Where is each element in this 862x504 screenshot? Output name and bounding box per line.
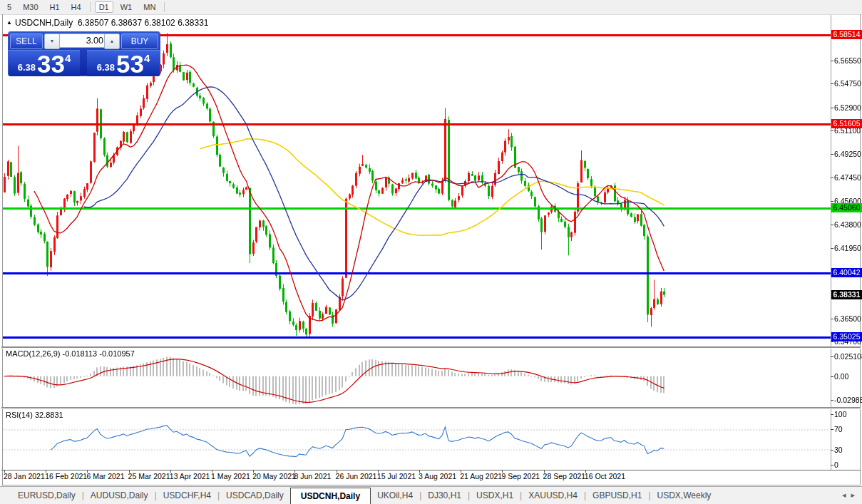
window-bottom-border <box>1 485 861 485</box>
price-level-label: 6.45060 <box>831 203 862 212</box>
price-tick-mark <box>831 225 833 225</box>
rsi-label: RSI(14) 32.8831 <box>6 411 63 419</box>
date-tick-label: 3 Aug 2021 <box>419 472 456 480</box>
rsi-indicator-canvas[interactable] <box>3 408 831 469</box>
chart-tab-eurusd[interactable]: EURUSD,Daily <box>11 487 82 504</box>
price-level-label: 6.35025 <box>831 332 862 341</box>
date-tick-label: 1 May 2021 <box>211 472 250 480</box>
ohlc-close: 6.38331 <box>178 18 208 28</box>
price-tick-mark <box>831 83 833 84</box>
chart-tab-usdcnh[interactable]: USDCNH,Daily <box>290 488 371 504</box>
date-tick-label: 28 Sep 2021 <box>543 472 586 480</box>
chart-tab-bar: EURUSD,Daily|AUDUSD,Daily|USDCHF,H4|USDC… <box>0 486 862 504</box>
buy-price-box[interactable]: 6.38534 <box>87 50 160 76</box>
price-tick-label: 6.43800 <box>834 220 861 229</box>
timeframe-button-5[interactable]: 5 <box>3 1 16 13</box>
rsi-tick-mark <box>831 465 833 466</box>
date-tick-label: 21 Aug 2021 <box>460 472 502 480</box>
sell-price-sup: 4 <box>65 52 71 64</box>
date-tick-label: 15 Jul 2021 <box>377 472 416 480</box>
chart-tab-xauusd[interactable]: XAUUSD,H4 <box>522 487 584 504</box>
date-tick-label: 16 Feb 2021 <box>45 472 87 480</box>
macd-tick-label: 0.025108 <box>834 352 862 361</box>
timeframe-toolbar: 5M30H1H4D1W1MN <box>0 0 862 15</box>
buy-price-small: 6.38 <box>97 62 115 73</box>
rsi-tick-label: 100 <box>834 410 847 418</box>
price-tick-label: 6.54750 <box>834 79 861 88</box>
timeframe-button-d1[interactable]: D1 <box>95 1 113 13</box>
buy-price-sup: 4 <box>144 52 150 64</box>
sell-button[interactable]: SELL <box>10 34 43 49</box>
collapse-triangle-icon[interactable]: ▲ <box>6 19 12 26</box>
date-tick-label: 13 Apr 2021 <box>170 472 210 480</box>
price-level-label: 6.51605 <box>831 119 862 128</box>
price-tick-mark <box>831 319 833 319</box>
volume-decrease-button[interactable]: ▾ <box>44 34 60 49</box>
price-tick-label: 6.47450 <box>834 173 861 182</box>
buy-button[interactable]: BUY <box>121 34 158 49</box>
rsi-tick-mark <box>831 414 833 415</box>
toolbar-separator <box>164 2 165 12</box>
timeframe-button-w1[interactable]: W1 <box>116 1 137 13</box>
rsi-tick-mark <box>831 450 833 451</box>
volume-input[interactable] <box>59 34 108 48</box>
ohlc-open: 6.38507 <box>78 18 108 28</box>
sell-price-big: 33 <box>37 54 65 75</box>
macd-tick-label: -0.029881 <box>834 396 862 404</box>
date-tick-label: 16 Oct 2021 <box>585 472 625 480</box>
price-level-label: 6.58514 <box>831 30 862 39</box>
macd-tick-mark <box>831 376 833 377</box>
macd-pane-splitter[interactable] <box>1 346 861 349</box>
window-left-border <box>2 14 3 485</box>
macd-tick-label: 0.00 <box>834 372 848 381</box>
tabs-scroll-left-icon[interactable]: ◂ <box>842 490 846 499</box>
chart-tab-usdchf[interactable]: USDCHF,H4 <box>157 487 217 504</box>
rsi-tick-label: 70 <box>834 425 843 433</box>
volume-increase-button[interactable]: ▴ <box>104 34 120 49</box>
chart-tab-usdcad[interactable]: USDCAD,Daily <box>220 487 290 504</box>
timeframe-button-mn[interactable]: MN <box>139 1 160 13</box>
date-tick-label: 8 Jun 2021 <box>294 472 331 480</box>
one-click-trading-panel: SELL ▾ ▴ BUY 6.38334 6.38534 <box>9 32 160 76</box>
price-tick-mark <box>831 201 833 202</box>
chart-tab-audusd[interactable]: AUDUSD,Daily <box>84 487 155 504</box>
tab-scroll-nav: ◂▸ <box>830 487 862 504</box>
chart-tab-dj30[interactable]: DJ30,H1 <box>421 487 468 504</box>
date-tick-label: 9 Sep 2021 <box>501 472 540 480</box>
price-level-label: 6.40042 <box>831 268 862 277</box>
ohlc-high: 6.38637 <box>111 18 142 28</box>
chart-tab-usdx[interactable]: USDX,Weekly <box>651 487 718 504</box>
toolbar-separator <box>90 2 91 12</box>
price-tick-label: 6.49250 <box>834 150 861 158</box>
sell-price-box[interactable]: 6.38334 <box>9 50 80 76</box>
time-axis-line <box>1 470 861 470</box>
rsi-pane-splitter[interactable] <box>1 407 861 409</box>
timeframe-button-h1[interactable]: H1 <box>46 1 64 13</box>
rsi-tick-label: 0 <box>834 461 838 469</box>
chart-symbol-period: USDCNH,Daily <box>15 18 73 28</box>
price-tick-mark <box>831 130 833 131</box>
tabbar-left-pad <box>0 487 11 504</box>
chart-tab-ukoil[interactable]: UKOil,H4 <box>371 487 419 504</box>
rsi-tick-label: 30 <box>834 446 843 454</box>
chart-tab-gbpusd[interactable]: GBPUSD,H1 <box>586 487 648 504</box>
date-tick-label: 20 May 2021 <box>252 472 296 480</box>
price-tick-label: 6.56550 <box>834 56 861 65</box>
chart-tab-usdx[interactable]: USDX,H1 <box>470 487 520 504</box>
timeframe-button-h4[interactable]: H4 <box>67 1 86 13</box>
price-tick-mark <box>831 108 833 108</box>
price-tick-mark <box>831 61 833 61</box>
timeframe-button-m30[interactable]: M30 <box>19 1 42 13</box>
price-tick-mark <box>831 178 833 178</box>
volume-increase-icon: ▴ <box>111 38 113 44</box>
date-tick-label: 6 Mar 2021 <box>86 472 124 480</box>
macd-tick-mark <box>831 356 833 357</box>
date-tick-label: 25 Mar 2021 <box>128 472 170 480</box>
price-tick-mark <box>831 341 833 342</box>
price-tick-label: 6.52900 <box>834 103 861 112</box>
volume-decrease-icon: ▾ <box>51 38 53 44</box>
macd-tick-mark <box>831 400 833 401</box>
chart-title: ▲USDCNH,Daily 6.38507 6.38637 6.38102 6.… <box>6 18 209 28</box>
tabs-scroll-right-icon[interactable]: ▸ <box>851 490 855 499</box>
price-tick-mark <box>831 154 833 155</box>
